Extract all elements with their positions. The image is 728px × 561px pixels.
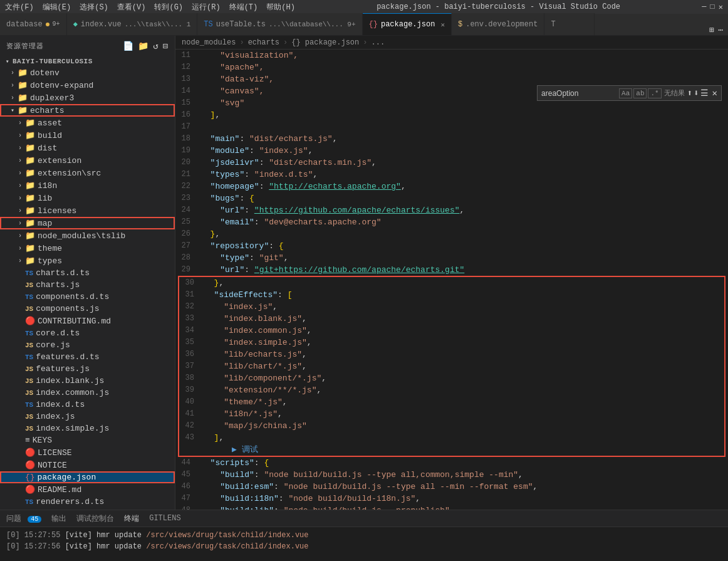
tab-gitlens[interactable]: GITLENS [149, 511, 180, 525]
more-tabs-icon[interactable]: ⋯ [718, 25, 723, 35]
sidebar-item-contributing_md[interactable]: 🔴CONTRIBUTING.md [0, 315, 175, 327]
menu-file[interactable]: 文件(F) [5, 2, 34, 13]
line-content[interactable]: "lib/component/*.js", [204, 372, 724, 384]
menu-edit[interactable]: 编辑(E) [43, 2, 71, 13]
window-controls[interactable]: ─ □ ✕ [702, 3, 723, 12]
sidebar-item-dotenv[interactable]: ›📁dotenv [0, 66, 175, 79]
menu-select[interactable]: 选择(S) [80, 2, 108, 13]
sidebar-item-i18n[interactable]: ›📁i18n [0, 179, 175, 192]
debug-line[interactable]: ▶ 调试 [179, 444, 724, 456]
sidebar-item-licenses[interactable]: ›📁licenses [0, 204, 175, 217]
line-content[interactable]: }, [200, 228, 728, 240]
tab-output[interactable]: 输出 [51, 511, 66, 527]
line-content[interactable]: "email": "dev@echarts.apache.org" [200, 216, 728, 228]
more-search-icon[interactable]: ☰ [700, 88, 709, 98]
minimize-icon[interactable]: ─ [702, 3, 706, 12]
line-content[interactable]: ], [204, 432, 724, 444]
line-content[interactable]: "index.common.js", [204, 325, 724, 337]
line-content[interactable]: "url": "https://github.com/apache/echart… [200, 204, 728, 216]
sidebar-root[interactable]: ▾ BAIYI-TUBERCULOSIS [0, 56, 175, 66]
line-content[interactable]: "map/js/china.js" [204, 420, 724, 432]
line-content[interactable]: "lib/chart/*.js", [204, 360, 724, 372]
sidebar-item-README_md[interactable]: 🔴README.md [0, 483, 175, 496]
line-content[interactable]: "apache", [200, 61, 728, 73]
sidebar-item-core_dts[interactable]: TScore.d.ts [0, 327, 175, 339]
menu-view[interactable]: 查看(V) [117, 2, 146, 13]
line-content[interactable]: "scripts": { [200, 457, 728, 469]
tab-indexvue[interactable]: ◆ index.vue ...\\task\\... 1 [67, 13, 198, 35]
menu-run[interactable]: 运行(R) [192, 2, 221, 13]
refresh-icon[interactable]: ↺ [153, 41, 159, 51]
sidebar-item-build[interactable]: ›📁build [0, 129, 175, 142]
tab-usetable[interactable]: TS useTable.ts ...\\database\\... 9+ [197, 13, 362, 35]
sidebar-item-dotenv-expand[interactable]: ›📁dotenv-expand [0, 79, 175, 92]
sidebar-item-components_js[interactable]: JScomponents.js [0, 303, 175, 315]
sidebar-item-theme[interactable]: ›📁theme [0, 242, 175, 254]
sidebar-item-components_dts[interactable]: TScomponents.d.ts [0, 291, 175, 303]
menu-bar[interactable]: 文件(F) 编辑(E) 选择(S) 查看(V) 转到(G) 运行(R) 终端(T… [5, 2, 295, 13]
close-icon[interactable]: ✕ [719, 3, 723, 12]
sidebar-item-core_js[interactable]: JScore.js [0, 339, 175, 351]
match-word-button[interactable]: ab [633, 88, 647, 98]
sidebar-item-charts_dts[interactable]: TScharts.d.ts [0, 267, 175, 279]
sidebar-item-dist[interactable]: ›📁dist [0, 142, 175, 154]
sidebar-item-LICENSE[interactable]: 🔴LICENSE [0, 446, 175, 459]
line-content[interactable]: "type": "git", [200, 252, 728, 264]
tab-envdevelopment[interactable]: $ .env.development [452, 13, 544, 35]
sidebar-item-KEYS[interactable]: ≡KEYS [0, 434, 175, 446]
line-content[interactable]: "url": "git+https://github.com/apache/ec… [200, 264, 728, 276]
code-editor[interactable]: 11 "visualization",12 "apache",13 "data-… [175, 50, 728, 510]
line-content[interactable]: "build:i18n": "node build/build-i18n.js"… [200, 493, 728, 505]
line-content[interactable]: "data-viz", [200, 73, 728, 85]
sidebar-item-duplexer3[interactable]: ›📁duplexer3 [0, 92, 175, 104]
line-content[interactable]: "theme/*.js", [204, 396, 724, 408]
terminal-content[interactable]: [0] 15:27:55 [vite] hmr update /src/view… [0, 527, 728, 561]
search-input[interactable] [541, 89, 616, 98]
line-content[interactable]: "build:esm": "node build/build.js --type… [200, 481, 728, 493]
line-content[interactable]: ], [200, 109, 728, 121]
sidebar-item-index_dts[interactable]: TSindex.d.ts [0, 399, 175, 411]
line-content[interactable]: "repository": { [200, 240, 728, 252]
sidebar-item-features_js[interactable]: JSfeatures.js [0, 363, 175, 375]
new-folder-icon[interactable]: 📁 [138, 41, 149, 51]
sidebar-item-index_blank_js[interactable]: JSindex.blank.js [0, 375, 175, 387]
debug-run-icon[interactable]: ▶ 调试 [232, 444, 258, 456]
sidebar-actions[interactable]: 📄 📁 ↺ ⊟ [123, 41, 169, 51]
tab-terminal[interactable]: 终端 [124, 511, 139, 527]
sidebar-item-echarts[interactable]: ▾📁echarts [0, 104, 175, 117]
sidebar-item-lib[interactable]: ›📁lib [0, 192, 175, 204]
sidebar-item-features_dts[interactable]: TSfeatures.d.ts [0, 351, 175, 363]
tab-problems[interactable]: 问题 45 [6, 511, 41, 527]
sidebar-item-index_simple_js[interactable]: JSindex.simple.js [0, 422, 175, 434]
breadcrumb-part-0[interactable]: node_modules [182, 38, 236, 47]
breadcrumb-part-1[interactable]: echarts [248, 38, 279, 47]
breadcrumb-part-2[interactable]: {} package.json [291, 38, 359, 47]
prev-match-icon[interactable]: ⬆ [687, 88, 692, 98]
next-match-icon[interactable]: ⬇ [694, 88, 699, 98]
sidebar-item-extension[interactable]: ›📁extension [0, 154, 175, 167]
sidebar-item-NOTICE[interactable]: 🔴NOTICE [0, 459, 175, 471]
sidebar-item-renderers_js[interactable]: JSrenderers.js [0, 508, 175, 510]
tab-T[interactable]: T [544, 13, 595, 35]
close-search-icon[interactable]: ✕ [712, 88, 717, 98]
line-content[interactable]: "build:lib": "node build/build.js --prep… [200, 505, 728, 510]
line-content[interactable]: "main": "dist/echarts.js", [200, 133, 728, 145]
breadcrumb-more[interactable]: ... [371, 38, 385, 47]
line-content[interactable]: "index.simple.js", [204, 337, 724, 349]
line-content[interactable]: "visualization", [200, 50, 728, 61]
menu-goto[interactable]: 转到(G) [154, 2, 183, 13]
line-content[interactable]: "i18n/*.js", [204, 408, 724, 420]
use-regex-button[interactable]: .* [648, 88, 661, 98]
tab-close-icon[interactable]: ✕ [440, 21, 445, 29]
line-content[interactable]: "extension/**/*.js", [204, 384, 724, 396]
line-content[interactable]: "jsdelivr": "dist/echarts.min.js", [200, 157, 728, 169]
line-content[interactable]: "module": "index.js", [200, 145, 728, 157]
sidebar-item-renderers_dts[interactable]: TSrenderers.d.ts [0, 496, 175, 508]
collapse-icon[interactable]: ⊟ [163, 41, 169, 51]
sidebar-item-node_modules_tslib[interactable]: ›📁node_modules\tslib [0, 229, 175, 242]
match-case-button[interactable]: Aa [619, 88, 632, 98]
sidebar-item-map[interactable]: ›📁map [0, 217, 175, 229]
sidebar-item-charts_js[interactable]: JScharts.js [0, 279, 175, 291]
line-content[interactable]: "bugs": { [200, 192, 728, 204]
line-content[interactable]: "index.js", [204, 301, 724, 313]
